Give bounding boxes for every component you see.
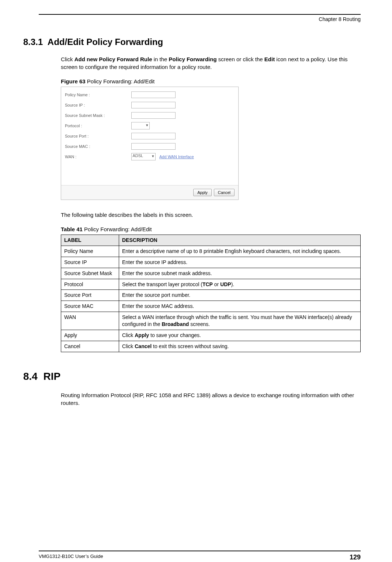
cell-desc: Enter a descriptive name of up to 8 prin…: [119, 246, 361, 257]
section-title: Add/Edit Policy Forwarding: [48, 37, 163, 47]
cell-label: WAN: [61, 312, 119, 330]
section-number: 8.4: [23, 371, 38, 382]
label-policy-name: Policy Name :: [65, 93, 131, 97]
cell-label: Policy Name: [61, 246, 119, 257]
table-row: Source IP Enter the source IP address.: [61, 257, 361, 268]
table-row: WAN Select a WAN interface through which…: [61, 312, 361, 330]
cell-desc: Enter the source port number.: [119, 290, 361, 301]
apply-button[interactable]: Apply: [193, 189, 212, 196]
section-heading-84: 8.4 RIP: [23, 371, 361, 382]
cell-label: Source Subnet Mask: [61, 268, 119, 279]
page-number: 129: [350, 554, 361, 561]
cell-desc: Click Cancel to exit this screen without…: [119, 341, 361, 352]
cell-label: Apply: [61, 330, 119, 341]
link-add-wan-interface[interactable]: Add WAN Interface: [159, 155, 194, 159]
table-row: Source Port Enter the source port number…: [61, 290, 361, 301]
select-wan[interactable]: ADSL: [131, 153, 156, 160]
table-row: Source Subnet Mask Enter the source subn…: [61, 268, 361, 279]
th-label: LABEL: [61, 235, 119, 246]
form-row-source-ip: Source IP :: [65, 101, 235, 109]
table-row: Apply Click Apply to save your changes.: [61, 330, 361, 341]
table-caption: Table 41 Policy Forwarding: Add/Edit: [61, 226, 361, 232]
cell-label: Cancel: [61, 341, 119, 352]
table-row: Source MAC Enter the source MAC address.: [61, 301, 361, 312]
form-row-subnet-mask: Source Subnet Mask :: [65, 111, 235, 119]
section-heading-831: 8.3.1 Add/Edit Policy Forwarding: [23, 37, 361, 47]
cell-label: Protocol: [61, 279, 119, 290]
cell-desc: Click Apply to save your changes.: [119, 330, 361, 341]
label-source-ip: Source IP :: [65, 103, 131, 107]
select-protocol[interactable]: .: [131, 122, 150, 129]
cancel-button[interactable]: Cancel: [214, 189, 235, 196]
table-row: Policy Name Enter a descriptive name of …: [61, 246, 361, 257]
figure-screenshot: Policy Name : Source IP : Source Subnet …: [61, 87, 239, 200]
cell-label: Source Port: [61, 290, 119, 301]
form-row-source-mac: Source MAC :: [65, 142, 235, 150]
form-row-source-port: Source Port :: [65, 132, 235, 140]
table-header-row: LABEL DESCRIPTION: [61, 235, 361, 246]
form-row-wan: WAN : ADSL Add WAN Interface: [65, 153, 235, 161]
input-source-port[interactable]: [131, 133, 176, 139]
footer-guide-title: VMG1312-B10C User’s Guide: [39, 554, 103, 561]
label-wan: WAN :: [65, 155, 131, 159]
cell-desc: Enter the source subnet mask address.: [119, 268, 361, 279]
form-row-protocol: Portocol : .: [65, 122, 235, 130]
cell-desc: Select a WAN interface through which the…: [119, 312, 361, 330]
cell-label: Source MAC: [61, 301, 119, 312]
label-protocol: Portocol :: [65, 124, 131, 128]
table-row: Cancel Click Cancel to exit this screen …: [61, 341, 361, 352]
label-source-mac: Source MAC :: [65, 144, 131, 149]
cell-desc: Enter the source MAC address.: [119, 301, 361, 312]
th-description: DESCRIPTION: [119, 235, 361, 246]
label-source-port: Source Port :: [65, 134, 131, 138]
table-41: LABEL DESCRIPTION Policy Name Enter a de…: [61, 235, 361, 352]
figure-caption: Figure 63 Policy Forwarding: Add/Edit: [61, 78, 361, 84]
rip-paragraph: Routing Information Protocol (RIP, RFC 1…: [61, 391, 361, 407]
form-row-policy-name: Policy Name :: [65, 91, 235, 99]
table-row: Protocol Select the transport layer prot…: [61, 279, 361, 290]
intro-paragraph: Click Add new Policy Forward Rule in the…: [61, 55, 361, 71]
input-source-mac[interactable]: [131, 143, 176, 150]
chapter-header: Chapter 8 Routing: [39, 16, 361, 22]
label-subnet-mask: Source Subnet Mask :: [65, 113, 131, 118]
input-subnet-mask[interactable]: [131, 112, 176, 119]
section-number: 8.3.1: [23, 37, 43, 47]
cell-label: Source IP: [61, 257, 119, 268]
input-source-ip[interactable]: [131, 102, 176, 108]
after-figure-text: The following table describes the labels…: [61, 211, 361, 219]
cell-desc: Select the transport layer protocol (TCP…: [119, 279, 361, 290]
cell-desc: Enter the source IP address.: [119, 257, 361, 268]
section-title: RIP: [44, 371, 61, 382]
page-footer: VMG1312-B10C User’s Guide 129: [39, 551, 361, 561]
input-policy-name[interactable]: [131, 91, 176, 98]
